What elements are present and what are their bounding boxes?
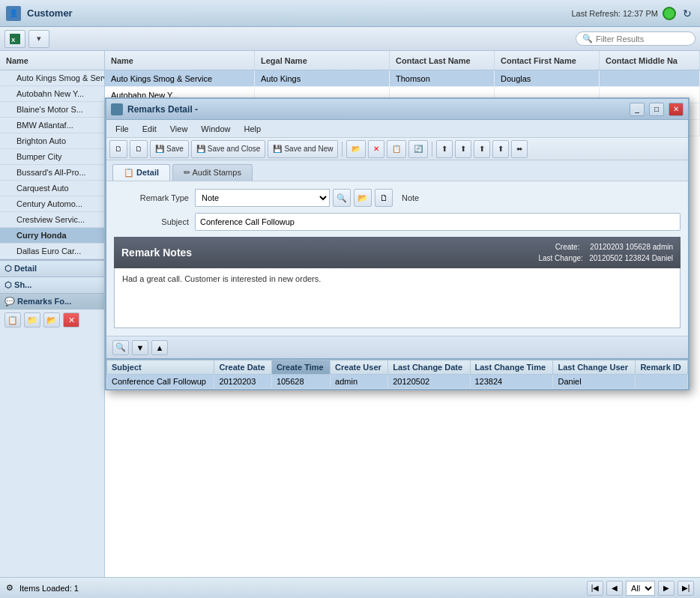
col-header-contact-first: Contact First Name — [495, 51, 600, 70]
customer-item-bumper[interactable]: Bumper City — [0, 149, 104, 165]
customer-item-autobahn[interactable]: Autobahn New Y... — [0, 86, 104, 102]
customer-item-curry[interactable]: Curry Honda — [0, 228, 104, 244]
extra-btn-4[interactable]: ⬆ — [492, 140, 509, 158]
modal-close-btn[interactable]: ✕ — [669, 103, 684, 116]
customer-item-bussard[interactable]: Bussard's All-Pro... — [0, 165, 104, 181]
shortcuts-section-label: ⬡ Sh... — [0, 277, 104, 293]
col-create-user: Create User — [331, 360, 388, 375]
menu-help[interactable]: Help — [238, 123, 267, 135]
remark-notes-header: Remark Notes Create: 20120203 105628 adm… — [114, 237, 681, 268]
menu-view[interactable]: View — [164, 123, 194, 135]
col-create-date: Create Date — [214, 360, 272, 375]
left-open-btn[interactable]: 📂 — [43, 312, 60, 327]
extra-btn-3[interactable]: ⬆ — [474, 140, 490, 158]
bottom-search-btn[interactable]: 🔍 — [112, 340, 129, 355]
nav-first-btn[interactable]: |◀ — [587, 581, 603, 596]
extra-btn-5[interactable]: ⬌ — [511, 140, 528, 158]
col-last-change-date: Last Change Date — [388, 360, 470, 375]
remarks-table: Subject Create Date Create Time Create U… — [106, 360, 688, 389]
new-icon: 🗋 — [115, 145, 122, 153]
cell-contact-last: Thomson — [390, 70, 495, 86]
refresh-button[interactable]: ↻ — [681, 7, 694, 20]
save-btn[interactable]: 💾 Save — [150, 140, 189, 158]
subject-input[interactable] — [195, 213, 681, 231]
modal-menubar: File Edit View Window Help — [106, 120, 688, 138]
title-bar-right: Last Refresh: 12:37 PM ↻ — [571, 7, 694, 20]
cell-create-time: 105628 — [271, 375, 330, 389]
refresh-btn[interactable]: 🔄 — [408, 140, 428, 158]
customer-item-brighton[interactable]: Brighton Auto — [0, 133, 104, 149]
nav-next-btn[interactable]: ▶ — [658, 581, 675, 596]
grid-header: Name Legal Name Contact Last Name Contac… — [105, 51, 700, 70]
cell-last-change-time: 123824 — [470, 375, 553, 389]
save-new-icon: 💾 — [273, 145, 282, 153]
remark-type-select[interactable]: NoteCallEmailMeeting — [195, 189, 330, 207]
col-remark-id: Remark ID — [636, 360, 688, 375]
remark-type-search-btn[interactable]: 🔍 — [333, 189, 351, 207]
modal-maximize-btn[interactable]: □ — [649, 103, 664, 116]
last-change-value: 20120502 123824 Daniel — [589, 254, 673, 262]
nav-last-btn[interactable]: ▶| — [678, 581, 694, 596]
customer-item-carquest[interactable]: Carquest Auto — [0, 181, 104, 196]
save-new-btn[interactable]: 💾 Save and New — [268, 140, 338, 158]
tab-detail-icon: 📋 — [124, 168, 136, 177]
table-row[interactable]: Conference Call Followup 20120203 105628… — [107, 375, 688, 389]
col-header-contact-middle: Contact Middle Na — [600, 51, 700, 70]
modal-title-icon — [111, 103, 123, 115]
modal-title-bar: Remarks Detail - _ □ ✕ — [106, 99, 688, 120]
bottom-bar: ⚙ Items Loaded: 1 |◀ ◀ All ▶ ▶| — [0, 577, 700, 598]
cell-remark-id — [636, 375, 688, 389]
create-value: 20120203 105628 admin — [590, 243, 673, 251]
tab-audit-stamps[interactable]: ✏ Audit Stamps — [172, 164, 253, 181]
gear-icon: ⚙ — [6, 583, 13, 593]
bottom-down-btn[interactable]: ▼ — [132, 340, 148, 355]
table-row[interactable]: Auto Kings Smog & Service Auto Kings Tho… — [105, 70, 700, 87]
menu-file[interactable]: File — [109, 123, 135, 135]
extra-btn-2[interactable]: ⬆ — [455, 140, 471, 158]
name-column-header: Name — [0, 51, 105, 70]
new-btn[interactable]: 🗋 — [109, 140, 127, 158]
remark-type-open-btn[interactable]: 📂 — [354, 189, 372, 207]
filter-input[interactable] — [596, 34, 686, 43]
cell-last-change-user: Daniel — [553, 375, 636, 389]
remark-type-row: Remark Type NoteCallEmailMeeting 🔍 📂 🗋 N… — [114, 189, 681, 207]
copy-btn[interactable]: 📋 — [387, 140, 406, 158]
save-close-btn[interactable]: 💾 Save and Close — [191, 140, 266, 158]
customer-item-century[interactable]: Century Automo... — [0, 196, 104, 212]
nav-scope-select[interactable]: All — [626, 581, 655, 596]
modal-minimize-btn[interactable]: _ — [630, 103, 645, 116]
remark-type-new-btn[interactable]: 🗋 — [375, 189, 393, 207]
subject-label: Subject — [114, 217, 189, 226]
left-copy-btn[interactable]: 📁 — [24, 312, 40, 327]
customer-item-blaines[interactable]: Blaine's Motor S... — [0, 102, 104, 118]
cell-subject: Conference Call Followup — [107, 375, 214, 389]
customer-item-bmw[interactable]: BMW Atlantaf... — [0, 118, 104, 133]
remarks-for-section: Subject Create Date Create Time Create U… — [106, 358, 688, 389]
tab-detail[interactable]: 📋 Detail — [112, 164, 170, 181]
remarks-section-label: 💬 Remarks Fo... — [0, 293, 104, 309]
delete-btn[interactable]: ✕ — [368, 140, 384, 158]
customer-item-dallas[interactable]: Dallas Euro Car... — [0, 244, 104, 259]
menu-window[interactable]: Window — [195, 123, 236, 135]
modal-title: Remarks Detail - — [127, 104, 625, 115]
new-copy-btn[interactable]: 🗋 — [130, 140, 148, 158]
customer-item-crestview[interactable]: Crestview Servic... — [0, 212, 104, 228]
search-icon: 🔍 — [582, 34, 593, 43]
excel-icon-btn[interactable]: X — [4, 30, 25, 48]
nav-prev-btn[interactable]: ◀ — [606, 581, 623, 596]
extra-btn-1[interactable]: ⬆ — [436, 140, 453, 158]
open-btn[interactable]: 📂 — [346, 140, 366, 158]
left-delete-btn[interactable]: ✕ — [63, 312, 79, 327]
dropdown-btn[interactable]: ▾ — [28, 30, 49, 48]
customer-item-autokings[interactable]: Auto Kings Smog & Service — [0, 70, 104, 86]
col-last-change-time: Last Change Time — [470, 360, 553, 375]
left-add-btn[interactable]: 📋 — [4, 312, 21, 327]
menu-edit[interactable]: Edit — [136, 123, 163, 135]
left-panel: Name Auto Kings Smog & Service Autobahn … — [0, 51, 105, 577]
remarks-table-header-row: Subject Create Date Create Time Create U… — [107, 360, 688, 375]
bottom-up-btn[interactable]: ▲ — [151, 340, 168, 355]
save-close-icon: 💾 — [196, 145, 205, 153]
note-label: Note — [402, 193, 419, 202]
filter-box: 🔍 — [576, 31, 696, 46]
remark-notes-body[interactable]: Had a great call. Customer is interested… — [114, 268, 681, 328]
